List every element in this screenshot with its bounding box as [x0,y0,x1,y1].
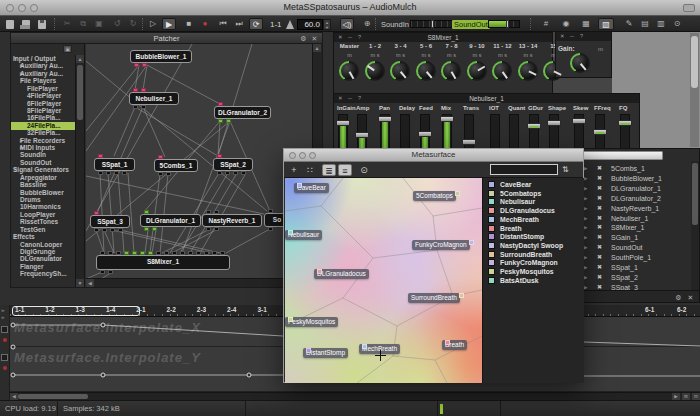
snapshot-item-surroundbreath[interactable]: SurroundBreath [483,250,584,259]
mute-solo-labels[interactable]: m s [439,52,464,58]
go-to-end-button[interactable]: ⏭ [232,18,246,30]
paste-icon[interactable]: ▣ [92,18,106,30]
region-label-surroundbreath[interactable]: SurroundBreath [408,293,460,303]
scrollbar-thumb[interactable] [18,394,88,399]
dark-port[interactable] [98,171,103,175]
automation-item-dlgranulator-2[interactable]: ▶✖DLGranulator_2 [578,194,691,203]
dark-port[interactable] [164,251,169,255]
collapsed-icon[interactable]: ▶ [584,204,587,213]
metasurface-titlebar[interactable]: Metasurface [284,149,583,162]
patcher-canvas[interactable]: BubbleBlower_1Nebuliser_1DLGranulator_2S… [86,44,312,278]
copy-icon[interactable]: ⧉ [76,18,90,30]
dark-port[interactable] [225,171,230,175]
dark-port[interactable] [158,172,163,176]
redo-icon[interactable]: ↻ [126,18,140,30]
pink-port[interactable] [158,155,163,159]
detail-view-icon[interactable]: ≡ [338,164,352,176]
stop-button[interactable]: ■ [182,18,196,30]
gain-knob[interactable] [570,53,590,73]
automation-hscrollbar[interactable]: ◀ ▶ ⊞ ⊟ [10,392,700,400]
return-to-start-button[interactable]: ⏮ [216,18,230,30]
collapsed-icon[interactable]: ▶ [584,243,587,252]
param-slider-skew[interactable] [574,114,584,149]
dark-port[interactable] [196,251,201,255]
green-port[interactable] [148,251,153,255]
breakpoint[interactable] [11,345,15,349]
scrollbar-thumb[interactable] [691,36,698,88]
breakpoint[interactable] [11,373,15,377]
mute-solo-labels[interactable]: m s [388,52,413,58]
collapsed-icon[interactable]: ▶ [584,174,587,183]
tempo-field[interactable]: 60.0 [297,19,323,30]
close-icon[interactable]: ✕ [560,32,565,41]
pink-port[interactable] [141,88,146,92]
pink-port[interactable] [133,88,138,92]
dark-port[interactable] [108,251,113,255]
region-label-distantstomp[interactable]: DistantStomp [303,348,348,358]
help-icon[interactable]: ? [580,32,583,41]
snapshot-item-funkycromagnon[interactable]: FunkyCroMagnon [483,258,584,267]
snapshots-view-icon[interactable]: ▦ [578,18,594,30]
remove-icon[interactable]: ✖ [597,253,602,262]
remove-icon[interactable]: ✖ [597,233,602,242]
automations-filter-input[interactable] [581,151,663,160]
green-port[interactable] [140,251,145,255]
remove-icon[interactable]: ✖ [597,273,602,282]
dark-port[interactable] [110,228,115,232]
channel-gain-knob[interactable] [339,61,359,81]
collapsed-icon[interactable]: ▶ [584,233,587,242]
snapshot-search-input[interactable] [490,164,558,175]
close-icon[interactable]: ✕ [310,34,319,43]
breakpoint[interactable] [247,373,251,377]
channel-gain-knob[interactable] [365,61,385,81]
collapsed-icon[interactable]: ▶ [584,263,587,272]
param-slider-fq[interactable] [620,114,630,149]
breakpoint[interactable] [101,373,105,377]
breakpoint[interactable] [11,323,15,327]
gear-icon[interactable]: ⚙ [674,293,683,302]
region-label-breath[interactable]: Breath [442,340,467,350]
dark-port[interactable] [141,105,146,109]
param-slider-mix[interactable] [442,114,452,149]
dark-port[interactable] [268,227,273,231]
snapshot-item-breath[interactable]: Breath [483,224,584,233]
collapsed-icon[interactable]: ▶ [584,164,587,173]
dark-port[interactable] [188,251,193,255]
mute-solo-labels[interactable]: m s [465,52,490,58]
region-label-dlgranuladocus[interactable]: DLGranuladocus [314,269,369,279]
channel-gain-knob[interactable] [467,61,487,81]
dark-port[interactable] [108,270,113,274]
sound-in-slider-handle[interactable] [431,20,434,28]
save-document-icon[interactable] [38,20,46,29]
patcher-titlebar[interactable]: Patcher ⚙ ✕ [11,33,322,44]
zoom-out-icon[interactable]: ⊟ [692,393,700,400]
automation-item-southpole-1[interactable]: ▶✖SouthPole_1 [578,253,691,262]
dark-port[interactable] [102,228,107,232]
slider-handle[interactable] [462,139,476,145]
pink-port[interactable] [218,102,223,106]
dark-port[interactable] [156,251,161,255]
patch-node-5combs-1[interactable]: 5Combs_1 [154,159,198,172]
remove-icon[interactable]: ✖ [597,214,602,223]
list-view-icon[interactable]: ≣ [322,164,336,176]
snapshot-item-mechbreath[interactable]: MechBreath [483,215,584,224]
slider-handle[interactable] [355,132,369,138]
patch-node-nebuliser-1[interactable]: Nebuliser_1 [129,92,179,105]
mute-solo-labels[interactable]: m s [363,52,388,58]
snapshot-item-peskymosquitos[interactable]: PeskyMosquitos [483,267,584,276]
automation-item-bubbleblower-1[interactable]: ▶✖BubbleBlower_1 [578,174,691,183]
snapshot-item-batsatdusk[interactable]: BatsAtDusk [483,276,584,285]
tempo-stepper[interactable]: ▲▼ [323,19,331,30]
zoom-in-icon[interactable]: ⊞ [682,393,690,400]
param-slider-pan[interactable] [380,114,390,149]
titlebar-widget-icon[interactable] [683,4,695,12]
automation-item-nastyreverb-1[interactable]: ▶✖NastyReverb_1 [578,204,691,213]
slider-handle[interactable] [593,129,607,135]
dark-port[interactable] [118,228,123,232]
remove-icon[interactable]: ✖ [597,194,602,203]
param-slider-amp[interactable] [357,114,367,149]
grid-icon[interactable]: ∷ [304,164,316,176]
dark-port[interactable] [116,251,121,255]
param-slider-iot[interactable] [490,114,500,149]
remove-icon[interactable]: ✖ [597,243,602,252]
